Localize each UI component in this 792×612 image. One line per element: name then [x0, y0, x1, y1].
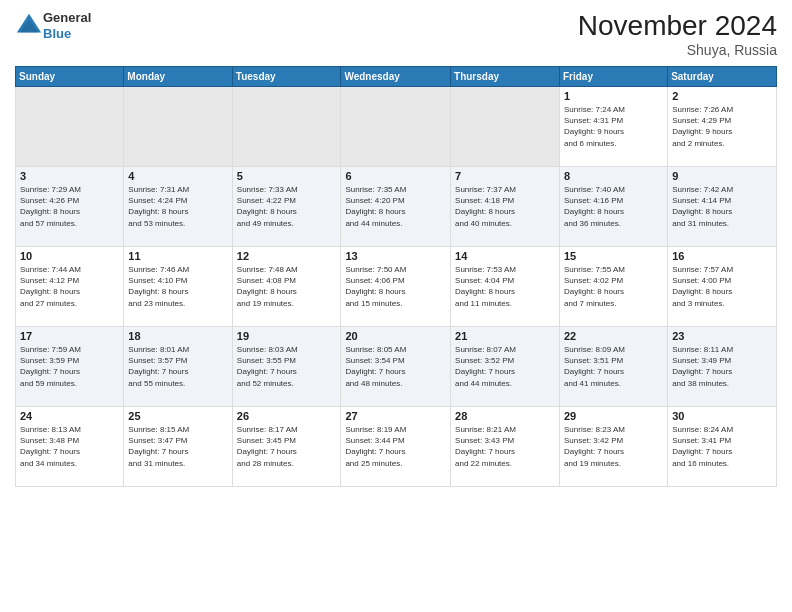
day-info: Sunrise: 7:59 AM Sunset: 3:59 PM Dayligh… — [20, 344, 119, 389]
calendar-cell: 23Sunrise: 8:11 AM Sunset: 3:49 PM Dayli… — [668, 327, 777, 407]
weekday-header-thursday: Thursday — [451, 67, 560, 87]
calendar-week-4: 17Sunrise: 7:59 AM Sunset: 3:59 PM Dayli… — [16, 327, 777, 407]
day-info: Sunrise: 7:48 AM Sunset: 4:08 PM Dayligh… — [237, 264, 337, 309]
day-info: Sunrise: 7:26 AM Sunset: 4:29 PM Dayligh… — [672, 104, 772, 149]
day-number: 28 — [455, 410, 555, 422]
calendar-cell: 15Sunrise: 7:55 AM Sunset: 4:02 PM Dayli… — [559, 247, 667, 327]
day-number: 18 — [128, 330, 227, 342]
day-number: 15 — [564, 250, 663, 262]
weekday-header-sunday: Sunday — [16, 67, 124, 87]
header: General Blue November 2024 Shuya, Russia — [15, 10, 777, 58]
calendar: SundayMondayTuesdayWednesdayThursdayFrid… — [15, 66, 777, 487]
day-info: Sunrise: 7:55 AM Sunset: 4:02 PM Dayligh… — [564, 264, 663, 309]
calendar-cell: 7Sunrise: 7:37 AM Sunset: 4:18 PM Daylig… — [451, 167, 560, 247]
logo: General Blue — [15, 10, 91, 41]
calendar-cell: 28Sunrise: 8:21 AM Sunset: 3:43 PM Dayli… — [451, 407, 560, 487]
day-info: Sunrise: 7:57 AM Sunset: 4:00 PM Dayligh… — [672, 264, 772, 309]
day-number: 14 — [455, 250, 555, 262]
day-info: Sunrise: 8:19 AM Sunset: 3:44 PM Dayligh… — [345, 424, 446, 469]
calendar-cell: 18Sunrise: 8:01 AM Sunset: 3:57 PM Dayli… — [124, 327, 232, 407]
calendar-cell: 21Sunrise: 8:07 AM Sunset: 3:52 PM Dayli… — [451, 327, 560, 407]
day-info: Sunrise: 8:11 AM Sunset: 3:49 PM Dayligh… — [672, 344, 772, 389]
calendar-cell: 17Sunrise: 7:59 AM Sunset: 3:59 PM Dayli… — [16, 327, 124, 407]
day-info: Sunrise: 7:37 AM Sunset: 4:18 PM Dayligh… — [455, 184, 555, 229]
calendar-cell: 22Sunrise: 8:09 AM Sunset: 3:51 PM Dayli… — [559, 327, 667, 407]
calendar-cell: 16Sunrise: 7:57 AM Sunset: 4:00 PM Dayli… — [668, 247, 777, 327]
day-number: 9 — [672, 170, 772, 182]
day-number: 12 — [237, 250, 337, 262]
weekday-header-saturday: Saturday — [668, 67, 777, 87]
day-info: Sunrise: 8:13 AM Sunset: 3:48 PM Dayligh… — [20, 424, 119, 469]
calendar-cell: 1Sunrise: 7:24 AM Sunset: 4:31 PM Daylig… — [559, 87, 667, 167]
day-info: Sunrise: 7:42 AM Sunset: 4:14 PM Dayligh… — [672, 184, 772, 229]
calendar-cell — [232, 87, 341, 167]
day-info: Sunrise: 8:15 AM Sunset: 3:47 PM Dayligh… — [128, 424, 227, 469]
calendar-cell: 26Sunrise: 8:17 AM Sunset: 3:45 PM Dayli… — [232, 407, 341, 487]
day-number: 6 — [345, 170, 446, 182]
calendar-week-3: 10Sunrise: 7:44 AM Sunset: 4:12 PM Dayli… — [16, 247, 777, 327]
weekday-header-row: SundayMondayTuesdayWednesdayThursdayFrid… — [16, 67, 777, 87]
day-info: Sunrise: 7:33 AM Sunset: 4:22 PM Dayligh… — [237, 184, 337, 229]
day-info: Sunrise: 7:53 AM Sunset: 4:04 PM Dayligh… — [455, 264, 555, 309]
logo-general: General — [43, 10, 91, 25]
day-number: 4 — [128, 170, 227, 182]
calendar-cell: 5Sunrise: 7:33 AM Sunset: 4:22 PM Daylig… — [232, 167, 341, 247]
day-info: Sunrise: 7:31 AM Sunset: 4:24 PM Dayligh… — [128, 184, 227, 229]
day-number: 27 — [345, 410, 446, 422]
day-number: 3 — [20, 170, 119, 182]
calendar-cell: 10Sunrise: 7:44 AM Sunset: 4:12 PM Dayli… — [16, 247, 124, 327]
day-info: Sunrise: 8:01 AM Sunset: 3:57 PM Dayligh… — [128, 344, 227, 389]
day-info: Sunrise: 8:07 AM Sunset: 3:52 PM Dayligh… — [455, 344, 555, 389]
calendar-cell — [124, 87, 232, 167]
calendar-cell: 12Sunrise: 7:48 AM Sunset: 4:08 PM Dayli… — [232, 247, 341, 327]
month-title: November 2024 — [578, 10, 777, 42]
calendar-cell: 29Sunrise: 8:23 AM Sunset: 3:42 PM Dayli… — [559, 407, 667, 487]
calendar-cell — [16, 87, 124, 167]
day-number: 23 — [672, 330, 772, 342]
calendar-cell: 24Sunrise: 8:13 AM Sunset: 3:48 PM Dayli… — [16, 407, 124, 487]
day-number: 1 — [564, 90, 663, 102]
day-info: Sunrise: 7:46 AM Sunset: 4:10 PM Dayligh… — [128, 264, 227, 309]
logo-blue: Blue — [43, 26, 71, 41]
day-info: Sunrise: 8:24 AM Sunset: 3:41 PM Dayligh… — [672, 424, 772, 469]
logo-icon — [15, 12, 43, 40]
day-number: 29 — [564, 410, 663, 422]
calendar-cell: 8Sunrise: 7:40 AM Sunset: 4:16 PM Daylig… — [559, 167, 667, 247]
day-info: Sunrise: 8:09 AM Sunset: 3:51 PM Dayligh… — [564, 344, 663, 389]
day-number: 19 — [237, 330, 337, 342]
day-number: 26 — [237, 410, 337, 422]
day-info: Sunrise: 7:50 AM Sunset: 4:06 PM Dayligh… — [345, 264, 446, 309]
day-info: Sunrise: 8:21 AM Sunset: 3:43 PM Dayligh… — [455, 424, 555, 469]
day-number: 21 — [455, 330, 555, 342]
day-info: Sunrise: 7:29 AM Sunset: 4:26 PM Dayligh… — [20, 184, 119, 229]
page: General Blue November 2024 Shuya, Russia… — [0, 0, 792, 612]
day-info: Sunrise: 8:05 AM Sunset: 3:54 PM Dayligh… — [345, 344, 446, 389]
calendar-cell: 13Sunrise: 7:50 AM Sunset: 4:06 PM Dayli… — [341, 247, 451, 327]
day-info: Sunrise: 7:40 AM Sunset: 4:16 PM Dayligh… — [564, 184, 663, 229]
day-info: Sunrise: 7:24 AM Sunset: 4:31 PM Dayligh… — [564, 104, 663, 149]
calendar-cell: 14Sunrise: 7:53 AM Sunset: 4:04 PM Dayli… — [451, 247, 560, 327]
weekday-header-friday: Friday — [559, 67, 667, 87]
day-info: Sunrise: 8:17 AM Sunset: 3:45 PM Dayligh… — [237, 424, 337, 469]
day-number: 11 — [128, 250, 227, 262]
location: Shuya, Russia — [578, 42, 777, 58]
day-number: 7 — [455, 170, 555, 182]
day-info: Sunrise: 7:44 AM Sunset: 4:12 PM Dayligh… — [20, 264, 119, 309]
calendar-header: SundayMondayTuesdayWednesdayThursdayFrid… — [16, 67, 777, 87]
calendar-cell: 2Sunrise: 7:26 AM Sunset: 4:29 PM Daylig… — [668, 87, 777, 167]
day-number: 8 — [564, 170, 663, 182]
calendar-cell: 30Sunrise: 8:24 AM Sunset: 3:41 PM Dayli… — [668, 407, 777, 487]
logo-text: General Blue — [43, 10, 91, 41]
calendar-cell — [341, 87, 451, 167]
day-number: 20 — [345, 330, 446, 342]
calendar-body: 1Sunrise: 7:24 AM Sunset: 4:31 PM Daylig… — [16, 87, 777, 487]
day-number: 5 — [237, 170, 337, 182]
day-number: 30 — [672, 410, 772, 422]
calendar-cell: 11Sunrise: 7:46 AM Sunset: 4:10 PM Dayli… — [124, 247, 232, 327]
calendar-cell: 4Sunrise: 7:31 AM Sunset: 4:24 PM Daylig… — [124, 167, 232, 247]
weekday-header-monday: Monday — [124, 67, 232, 87]
calendar-week-2: 3Sunrise: 7:29 AM Sunset: 4:26 PM Daylig… — [16, 167, 777, 247]
calendar-cell: 25Sunrise: 8:15 AM Sunset: 3:47 PM Dayli… — [124, 407, 232, 487]
calendar-cell: 19Sunrise: 8:03 AM Sunset: 3:55 PM Dayli… — [232, 327, 341, 407]
calendar-week-1: 1Sunrise: 7:24 AM Sunset: 4:31 PM Daylig… — [16, 87, 777, 167]
